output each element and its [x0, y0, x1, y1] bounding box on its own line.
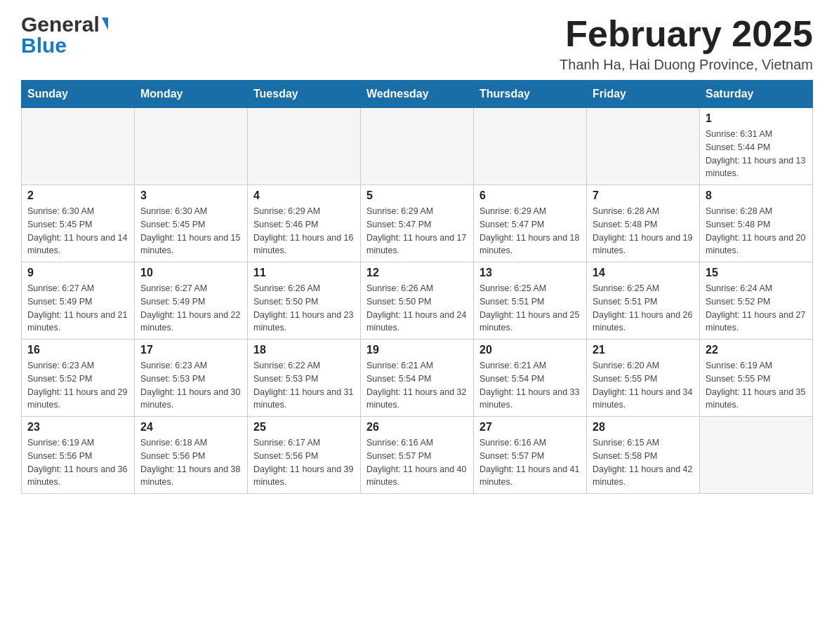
calendar-table: SundayMondayTuesdayWednesdayThursdayFrid… [21, 80, 813, 494]
calendar-cell: 8Sunrise: 6:28 AMSunset: 5:48 PMDaylight… [700, 185, 813, 262]
location-text: Thanh Ha, Hai Duong Province, Vietnam [560, 57, 813, 73]
day-number: 24 [140, 421, 241, 434]
day-number: 22 [706, 344, 807, 356]
calendar-cell: 22Sunrise: 6:19 AMSunset: 5:55 PMDayligh… [700, 340, 813, 417]
calendar-cell: 13Sunrise: 6:25 AMSunset: 5:51 PMDayligh… [474, 262, 587, 340]
day-info: Sunrise: 6:15 AMSunset: 5:58 PMDaylight:… [593, 436, 694, 489]
calendar-cell: 2Sunrise: 6:30 AMSunset: 5:45 PMDaylight… [22, 185, 135, 262]
day-info: Sunrise: 6:29 AMSunset: 5:46 PMDaylight:… [253, 205, 355, 257]
day-info: Sunrise: 6:30 AMSunset: 5:45 PMDaylight:… [27, 205, 128, 257]
calendar-cell: 28Sunrise: 6:15 AMSunset: 5:58 PMDayligh… [587, 417, 700, 494]
day-number: 9 [27, 267, 128, 279]
day-number: 13 [479, 267, 581, 279]
day-info: Sunrise: 6:28 AMSunset: 5:48 PMDaylight:… [706, 205, 807, 257]
day-number: 28 [593, 421, 694, 434]
day-info: Sunrise: 6:29 AMSunset: 5:47 PMDaylight:… [479, 205, 581, 257]
calendar-cell: 5Sunrise: 6:29 AMSunset: 5:47 PMDaylight… [361, 185, 474, 262]
day-number: 11 [253, 267, 355, 279]
day-number: 19 [366, 344, 468, 356]
day-info: Sunrise: 6:17 AMSunset: 5:56 PMDaylight:… [253, 436, 355, 489]
day-number: 6 [479, 189, 581, 202]
day-number: 14 [593, 267, 694, 279]
weekday-header-wednesday: Wednesday [361, 81, 474, 108]
calendar-cell: 6Sunrise: 6:29 AMSunset: 5:47 PMDaylight… [474, 185, 587, 262]
calendar-cell: 12Sunrise: 6:26 AMSunset: 5:50 PMDayligh… [361, 262, 474, 340]
day-info: Sunrise: 6:21 AMSunset: 5:54 PMDaylight:… [366, 359, 468, 412]
day-number: 18 [253, 344, 355, 356]
week-row-1: 1Sunrise: 6:31 AMSunset: 5:44 PMDaylight… [22, 108, 813, 185]
calendar-cell: 25Sunrise: 6:17 AMSunset: 5:56 PMDayligh… [248, 417, 361, 494]
day-number: 27 [479, 421, 581, 434]
day-info: Sunrise: 6:26 AMSunset: 5:50 PMDaylight:… [366, 282, 468, 335]
calendar-cell: 17Sunrise: 6:23 AMSunset: 5:53 PMDayligh… [135, 340, 248, 417]
day-number: 23 [27, 421, 128, 434]
calendar-cell: 26Sunrise: 6:16 AMSunset: 5:57 PMDayligh… [361, 417, 474, 494]
calendar-cell [474, 108, 587, 185]
calendar-cell: 23Sunrise: 6:19 AMSunset: 5:56 PMDayligh… [22, 417, 135, 494]
day-number: 21 [593, 344, 694, 356]
day-info: Sunrise: 6:27 AMSunset: 5:49 PMDaylight:… [140, 282, 241, 335]
header-right: February 2025 Thanh Ha, Hai Duong Provin… [560, 14, 813, 73]
day-info: Sunrise: 6:23 AMSunset: 5:53 PMDaylight:… [140, 359, 241, 412]
logo-blue-text: Blue [21, 35, 67, 56]
logo-general-text: General [21, 14, 100, 35]
day-number: 4 [253, 189, 355, 202]
day-info: Sunrise: 6:27 AMSunset: 5:49 PMDaylight:… [27, 282, 128, 335]
day-number: 7 [593, 189, 694, 202]
day-info: Sunrise: 6:25 AMSunset: 5:51 PMDaylight:… [479, 282, 581, 335]
day-info: Sunrise: 6:18 AMSunset: 5:56 PMDaylight:… [140, 436, 241, 489]
day-number: 2 [27, 189, 128, 202]
calendar-cell [587, 108, 700, 185]
day-info: Sunrise: 6:19 AMSunset: 5:56 PMDaylight:… [27, 436, 128, 489]
logo: General Blue [21, 14, 108, 56]
weekday-header-row: SundayMondayTuesdayWednesdayThursdayFrid… [22, 81, 813, 108]
day-number: 26 [366, 421, 468, 434]
day-number: 25 [253, 421, 355, 434]
day-number: 17 [140, 344, 241, 356]
weekday-header-tuesday: Tuesday [248, 81, 361, 108]
calendar-cell [135, 108, 248, 185]
calendar-cell [700, 417, 813, 494]
day-info: Sunrise: 6:21 AMSunset: 5:54 PMDaylight:… [479, 359, 581, 412]
calendar-cell: 18Sunrise: 6:22 AMSunset: 5:53 PMDayligh… [248, 340, 361, 417]
day-number: 3 [140, 189, 241, 202]
weekday-header-saturday: Saturday [700, 81, 813, 108]
day-info: Sunrise: 6:23 AMSunset: 5:52 PMDaylight:… [27, 359, 128, 412]
day-info: Sunrise: 6:30 AMSunset: 5:45 PMDaylight:… [140, 205, 241, 257]
day-info: Sunrise: 6:22 AMSunset: 5:53 PMDaylight:… [253, 359, 355, 412]
calendar-cell: 3Sunrise: 6:30 AMSunset: 5:45 PMDaylight… [135, 185, 248, 262]
day-number: 8 [706, 189, 807, 202]
day-info: Sunrise: 6:20 AMSunset: 5:55 PMDaylight:… [593, 359, 694, 412]
day-info: Sunrise: 6:26 AMSunset: 5:50 PMDaylight:… [253, 282, 355, 335]
calendar-cell [22, 108, 135, 185]
calendar-cell: 19Sunrise: 6:21 AMSunset: 5:54 PMDayligh… [361, 340, 474, 417]
day-number: 12 [366, 267, 468, 279]
calendar-cell: 14Sunrise: 6:25 AMSunset: 5:51 PMDayligh… [587, 262, 700, 340]
calendar-cell: 20Sunrise: 6:21 AMSunset: 5:54 PMDayligh… [474, 340, 587, 417]
calendar-cell: 1Sunrise: 6:31 AMSunset: 5:44 PMDaylight… [700, 108, 813, 185]
weekday-header-thursday: Thursday [474, 81, 587, 108]
calendar-cell: 21Sunrise: 6:20 AMSunset: 5:55 PMDayligh… [587, 340, 700, 417]
calendar-cell [248, 108, 361, 185]
weekday-header-monday: Monday [135, 81, 248, 108]
day-info: Sunrise: 6:24 AMSunset: 5:52 PMDaylight:… [706, 282, 807, 335]
day-info: Sunrise: 6:31 AMSunset: 5:44 PMDaylight:… [706, 128, 807, 180]
calendar-cell: 15Sunrise: 6:24 AMSunset: 5:52 PMDayligh… [700, 262, 813, 340]
calendar-cell [361, 108, 474, 185]
calendar-cell: 24Sunrise: 6:18 AMSunset: 5:56 PMDayligh… [135, 417, 248, 494]
day-info: Sunrise: 6:19 AMSunset: 5:55 PMDaylight:… [706, 359, 807, 412]
page-header: General Blue February 2025 Thanh Ha, Hai… [21, 14, 813, 73]
calendar-cell: 4Sunrise: 6:29 AMSunset: 5:46 PMDaylight… [248, 185, 361, 262]
calendar-cell: 10Sunrise: 6:27 AMSunset: 5:49 PMDayligh… [135, 262, 248, 340]
day-info: Sunrise: 6:25 AMSunset: 5:51 PMDaylight:… [593, 282, 694, 335]
logo-arrow-icon [102, 18, 108, 30]
day-info: Sunrise: 6:16 AMSunset: 5:57 PMDaylight:… [366, 436, 468, 489]
week-row-4: 16Sunrise: 6:23 AMSunset: 5:52 PMDayligh… [22, 340, 813, 417]
day-number: 10 [140, 267, 241, 279]
week-row-2: 2Sunrise: 6:30 AMSunset: 5:45 PMDaylight… [22, 185, 813, 262]
day-number: 20 [479, 344, 581, 356]
day-info: Sunrise: 6:29 AMSunset: 5:47 PMDaylight:… [366, 205, 468, 257]
week-row-5: 23Sunrise: 6:19 AMSunset: 5:56 PMDayligh… [22, 417, 813, 494]
calendar-cell: 11Sunrise: 6:26 AMSunset: 5:50 PMDayligh… [248, 262, 361, 340]
day-info: Sunrise: 6:16 AMSunset: 5:57 PMDaylight:… [479, 436, 581, 489]
